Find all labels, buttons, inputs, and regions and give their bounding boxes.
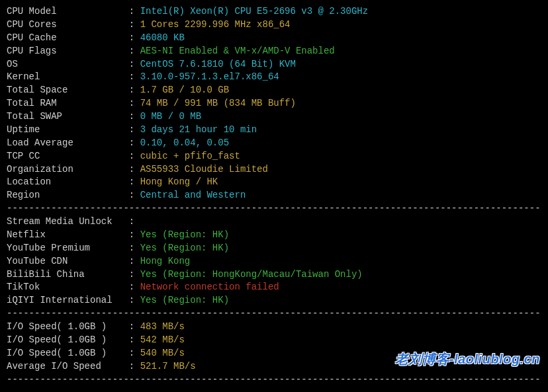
row-value: Hong Kong / HK xyxy=(140,176,218,187)
row-value: 3.10.0-957.1.3.el7.x86_64 xyxy=(140,71,279,82)
stream-header-row: Stream Media Unlock : xyxy=(7,216,541,229)
row-value: 46080 KB xyxy=(140,32,185,43)
row-label: BiliBili China xyxy=(7,269,123,280)
sysinfo-row: Uptime : 3 days 21 hour 10 min xyxy=(7,124,541,137)
row-value: 0.10, 0.04, 0.05 xyxy=(140,137,229,148)
row-colon: : xyxy=(123,229,140,240)
row-label: CPU Cores xyxy=(7,19,123,30)
row-value: 1 Cores 2299.996 MHz x86_64 xyxy=(140,19,291,30)
row-value: 74 MB / 991 MB (834 MB Buff) xyxy=(140,98,296,108)
row-colon: : xyxy=(123,85,140,95)
row-colon: : xyxy=(123,295,140,305)
row-label: Stream Media Unlock xyxy=(7,216,123,227)
row-value: Yes (Region: HK) xyxy=(140,295,229,305)
row-colon: : xyxy=(123,124,140,135)
row-colon: : xyxy=(123,348,140,358)
row-colon: : xyxy=(123,71,140,82)
sysinfo-row: CPU Cores : 1 Cores 2299.996 MHz x86_64 xyxy=(7,19,541,32)
row-label: Total SWAP xyxy=(7,111,123,122)
row-label: Total Space xyxy=(7,85,123,95)
row-label: I/O Speed( 1.0GB ) xyxy=(7,334,123,345)
row-colon: : xyxy=(123,190,140,200)
row-value: 483 MB/s xyxy=(140,321,185,332)
row-colon: : xyxy=(123,111,140,122)
row-value: Hong Kong xyxy=(140,256,191,266)
sysinfo-row: Location : Hong Kong / HK xyxy=(7,176,541,189)
separator-3: ----------------------------------------… xyxy=(7,373,541,387)
row-colon: : xyxy=(123,59,140,69)
sysinfo-row: Organization : AS55933 Cloudie Limited xyxy=(7,163,541,176)
stream-row: YouTube Premium : Yes (Region: HK) xyxy=(7,242,541,255)
row-colon: : xyxy=(123,19,140,30)
row-colon: : xyxy=(123,176,140,187)
row-value: Yes (Region: HongKong/Macau/Taiwan Only) xyxy=(140,269,363,280)
row-colon: : xyxy=(123,334,140,345)
row-label: I/O Speed( 1.0GB ) xyxy=(7,321,123,332)
sysinfo-row: OS : CentOS 7.6.1810 (64 Bit) KVM xyxy=(7,58,541,71)
row-label: TCP CC xyxy=(7,151,123,161)
row-label: Organization xyxy=(7,164,123,175)
row-value: Yes (Region: HK) xyxy=(140,243,229,253)
io-row: I/O Speed( 1.0GB ) : 540 MB/s xyxy=(7,347,541,360)
sysinfo-row: Kernel : 3.10.0-957.1.3.el7.x86_64 xyxy=(7,71,541,84)
row-colon: : xyxy=(123,216,140,227)
sysinfo-row: CPU Cache : 46080 KB xyxy=(7,32,541,45)
row-label: CPU Cache xyxy=(7,32,123,43)
stream-row: YouTube CDN : Hong Kong xyxy=(7,255,541,268)
row-colon: : xyxy=(123,269,140,280)
row-value: 3 days 21 hour 10 min xyxy=(140,124,257,135)
separator-1: ----------------------------------------… xyxy=(7,202,541,216)
row-value: AES-NI Enabled & VM-x/AMD-V Enabled xyxy=(140,46,335,56)
io-speed-block: I/O Speed( 1.0GB ) : 483 MB/sI/O Speed( … xyxy=(7,321,541,373)
row-value: 1.7 GB / 10.0 GB xyxy=(140,85,229,95)
row-colon: : xyxy=(123,137,140,148)
row-label: OS xyxy=(7,59,123,69)
io-row: I/O Speed( 1.0GB ) : 542 MB/s xyxy=(7,334,541,347)
row-value: Central and Western xyxy=(140,190,246,200)
row-value: 540 MB/s xyxy=(140,348,185,358)
row-value: AS55933 Cloudie Limited xyxy=(140,164,268,175)
row-label: CPU Model xyxy=(7,6,123,17)
sysinfo-row: CPU Model : Intel(R) Xeon(R) CPU E5-2696… xyxy=(7,5,541,19)
stream-row: Netflix : Yes (Region: HK) xyxy=(7,229,541,242)
row-colon: : xyxy=(123,46,140,56)
row-colon: : xyxy=(123,98,140,108)
sysinfo-row: Total Space : 1.7 GB / 10.0 GB xyxy=(7,84,541,97)
row-label: Location xyxy=(7,176,123,187)
row-colon: : xyxy=(123,361,140,372)
sysinfo-row: CPU Flags : AES-NI Enabled & VM-x/AMD-V … xyxy=(7,45,541,58)
row-value: cubic + pfifo_fast xyxy=(140,151,240,161)
row-value: 542 MB/s xyxy=(140,334,185,345)
row-value: Yes (Region: HK) xyxy=(140,229,229,240)
row-value: 0 MB / 0 MB xyxy=(140,111,201,122)
row-label: TikTok xyxy=(7,282,123,292)
row-label: CPU Flags xyxy=(7,46,123,56)
io-row: Average I/O Speed : 521.7 MB/s xyxy=(7,360,541,373)
separator-2: ----------------------------------------… xyxy=(7,307,541,321)
row-value: Intel(R) Xeon(R) CPU E5-2696 v3 @ 2.30GH… xyxy=(140,6,368,17)
stream-unlock-block: Stream Media Unlock : Netflix : Yes (Reg… xyxy=(7,216,541,307)
sysinfo-row: Total RAM : 74 MB / 991 MB (834 MB Buff) xyxy=(7,97,541,110)
row-label: iQIYI International xyxy=(7,295,123,305)
row-label: Average I/O Speed xyxy=(7,361,123,372)
sysinfo-row: Region : Central and Western xyxy=(7,189,541,202)
row-label: Uptime xyxy=(7,124,123,135)
row-colon: : xyxy=(123,243,140,253)
row-colon: : xyxy=(123,256,140,266)
row-value: CentOS 7.6.1810 (64 Bit) KVM xyxy=(140,59,296,69)
sysinfo-row: TCP CC : cubic + pfifo_fast xyxy=(7,150,541,163)
row-label: Load Average xyxy=(7,137,123,148)
stream-row: iQIYI International : Yes (Region: HK) xyxy=(7,294,541,307)
row-value: Network connection failed xyxy=(140,282,279,292)
row-label: Region xyxy=(7,190,123,200)
row-label: YouTube CDN xyxy=(7,256,123,266)
row-label: Kernel xyxy=(7,71,123,82)
io-row: I/O Speed( 1.0GB ) : 483 MB/s xyxy=(7,321,541,334)
row-label: Total RAM xyxy=(7,98,123,108)
row-value: 521.7 MB/s xyxy=(140,361,196,372)
sysinfo-row: Total SWAP : 0 MB / 0 MB xyxy=(7,110,541,124)
row-colon: : xyxy=(123,321,140,332)
row-colon: : xyxy=(123,164,140,175)
row-label: YouTube Premium xyxy=(7,243,123,253)
stream-row: BiliBili China : Yes (Region: HongKong/M… xyxy=(7,268,541,282)
